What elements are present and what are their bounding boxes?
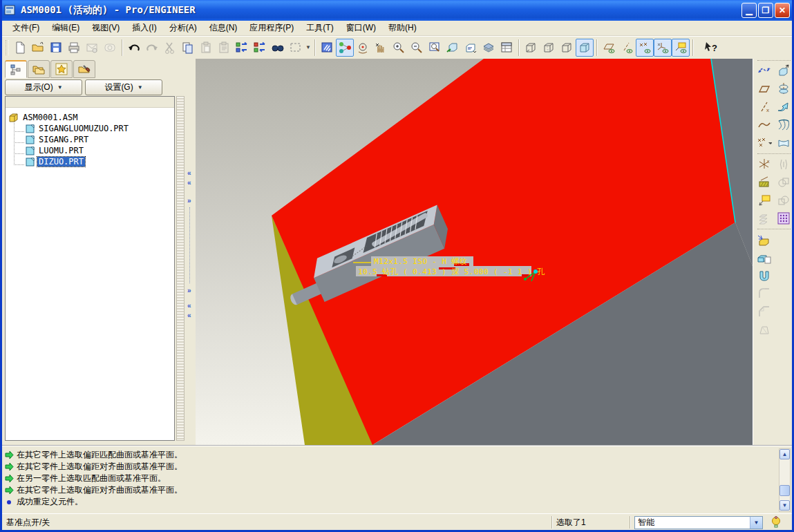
splitter-sash[interactable] (189, 207, 193, 283)
extend-tool-icon[interactable] (775, 192, 792, 209)
datum-plane-display-icon[interactable] (600, 39, 618, 57)
toolbar-grip[interactable] (6, 40, 9, 55)
trim-tool-icon[interactable] (775, 174, 792, 191)
collapse-left-icon[interactable]: « (187, 312, 191, 319)
viewport-canvas[interactable]: M12x1.5 ISO - H 螺纹 10.5 钻孔 ( 0.413 ) 深 5… (196, 59, 753, 445)
datum-csys-display-icon[interactable] (654, 39, 672, 57)
zoom-in-icon[interactable] (390, 39, 408, 57)
email-model-icon[interactable] (83, 39, 101, 57)
tree-item-sigang[interactable]: SIGANG.PRT (6, 134, 174, 145)
menu-tools[interactable]: 工具(T) (300, 21, 339, 35)
find-icon[interactable] (269, 39, 287, 57)
email-link-icon[interactable] (101, 39, 119, 57)
refit-icon[interactable] (426, 39, 444, 57)
no-hidden-display-icon[interactable] (558, 39, 576, 57)
select-box-caret-icon[interactable]: ▼ (305, 44, 312, 50)
shell-tool-icon[interactable] (756, 267, 773, 284)
collapse-left-icon[interactable]: « (187, 169, 191, 177)
expand-right-icon[interactable]: » (187, 287, 191, 294)
scroll-down-icon[interactable]: ▼ (779, 500, 790, 511)
paste-icon[interactable] (197, 39, 215, 57)
pattern-tool-icon[interactable] (775, 210, 792, 227)
annotation-feature-tool-icon[interactable] (756, 192, 773, 209)
datum-plane-tool-icon[interactable] (756, 81, 773, 97)
hidden-line-display-icon[interactable] (540, 39, 558, 57)
menu-view[interactable]: 视图(V) (86, 21, 126, 35)
settings-dropdown-button[interactable]: 设置(G)▼ (85, 79, 162, 95)
close-button[interactable]: ✕ (775, 3, 790, 18)
save-icon[interactable] (47, 39, 65, 57)
shaded-display-icon[interactable] (576, 39, 594, 57)
copy-icon[interactable] (179, 39, 197, 57)
menu-info[interactable]: 信息(N) (203, 21, 244, 35)
menu-help[interactable]: 帮助(H) (382, 21, 423, 35)
message-scrollbar[interactable]: ▲ ▼ (779, 448, 791, 512)
wireframe-display-icon[interactable] (522, 39, 540, 57)
custom-regenerate-icon[interactable] (251, 39, 269, 57)
style-tool-icon[interactable] (756, 63, 773, 79)
view-manager-icon[interactable] (498, 39, 516, 57)
datum-axis-display-icon[interactable] (618, 39, 636, 57)
panel-splitter[interactable]: « « » » « « (186, 59, 196, 445)
assemble-tool-icon[interactable] (756, 231, 773, 248)
collapse-left-icon[interactable]: « (187, 179, 191, 187)
selection-filter-combo[interactable]: 智能 ▼ (634, 516, 763, 529)
datum-point-tool-icon[interactable] (756, 135, 773, 151)
extrude-tool-icon[interactable] (775, 63, 792, 79)
tab-favorites[interactable] (50, 60, 73, 78)
round-tool-icon[interactable] (756, 285, 773, 302)
menu-analysis[interactable]: 分析(A) (163, 21, 203, 35)
menu-window[interactable]: 窗口(W) (340, 21, 382, 35)
paste-special-icon[interactable] (215, 39, 233, 57)
draft-tool-icon[interactable] (756, 321, 773, 338)
tree-root-asm0001[interactable]: ASM0001.ASM (6, 112, 174, 123)
tab-connections[interactable] (73, 60, 95, 78)
redraw-icon[interactable] (318, 39, 336, 57)
annotation-display-icon[interactable] (672, 39, 690, 57)
reorient-icon[interactable] (444, 39, 462, 57)
axis-point-tool-icon[interactable]: x (756, 156, 773, 173)
tree-item-luomu[interactable]: LUOMU.PRT (6, 145, 174, 156)
sketched-datum-tool-icon[interactable] (756, 174, 773, 191)
scroll-thumb[interactable] (779, 485, 790, 496)
saved-view-list-icon[interactable] (462, 39, 480, 57)
tab-folder-browser[interactable] (28, 60, 50, 78)
scroll-up-icon[interactable]: ▲ (779, 449, 790, 459)
variable-section-sweep-tool-icon[interactable] (775, 99, 792, 115)
show-dropdown-button[interactable]: 显示(O)▼ (5, 79, 82, 95)
zoom-out-icon[interactable] (408, 39, 426, 57)
merge-tool-icon[interactable] (775, 156, 792, 173)
cut-icon[interactable] (161, 39, 179, 57)
select-box-icon[interactable] (287, 39, 305, 57)
model-tree-scrollbar[interactable] (176, 96, 185, 441)
tree-item-dizuo[interactable]: DIZUO.PRT (6, 156, 174, 167)
tree-item-sigangluomuzuo[interactable]: SIGANGLUOMUZUO.PRT (6, 123, 174, 134)
copy-geometry-tool-icon[interactable] (756, 210, 773, 227)
menu-insert[interactable]: 插入(I) (126, 21, 162, 35)
boundary-blend-tool-icon[interactable] (775, 117, 792, 133)
menu-applications[interactable]: 应用程序(P) (243, 21, 300, 35)
collapse-left-icon[interactable]: « (187, 302, 191, 310)
tab-model-tree[interactable] (5, 60, 27, 78)
revolve-tool-icon[interactable] (775, 81, 792, 97)
style-surface-tool-icon[interactable] (775, 135, 792, 151)
expand-right-icon[interactable]: » (187, 197, 191, 205)
menu-file[interactable]: 文件(F) (6, 21, 46, 35)
search-tool-icon[interactable] (770, 515, 782, 529)
context-help-icon[interactable]: ? (701, 39, 719, 57)
regenerate-icon[interactable] (233, 39, 251, 57)
datum-axis-tool-icon[interactable]: x (756, 99, 773, 115)
spin-center-icon[interactable] (336, 39, 354, 57)
orient-mode-icon[interactable] (354, 39, 372, 57)
pan-zoom-hand-icon[interactable] (372, 39, 390, 57)
maximize-button[interactable]: ❐ (758, 3, 773, 18)
menu-edit[interactable]: 编辑(E) (46, 21, 86, 35)
datum-curve-tool-icon[interactable] (756, 117, 773, 133)
print-icon[interactable] (65, 39, 83, 57)
open-file-icon[interactable] (29, 39, 47, 57)
minimize-button[interactable]: ▁ (741, 3, 757, 18)
layers-icon[interactable] (480, 39, 498, 57)
redo-icon[interactable] (143, 39, 161, 57)
undo-icon[interactable] (125, 39, 143, 57)
chamfer-tool-icon[interactable] (756, 303, 773, 320)
